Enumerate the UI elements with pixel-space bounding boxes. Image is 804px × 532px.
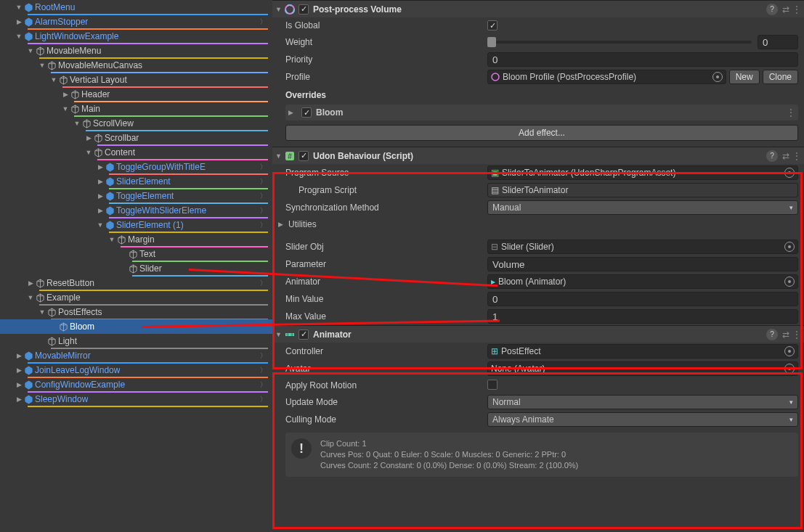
hierarchy-item-joinleavelogwindow[interactable]: ▶JoinLeaveLogWindow〉 bbox=[0, 363, 272, 377]
component-header-postprocess[interactable]: ▼ ✓ Post-process Volume ? ⇄ ⋮ bbox=[272, 0, 804, 17]
profile-new-button[interactable]: New bbox=[729, 70, 760, 84]
hierarchy-item-togglewithslidereleme[interactable]: ▶ToggleWithSliderEleme〉 bbox=[0, 203, 272, 218]
hierarchy-item-togglegroupwithtitlee[interactable]: ▶ToggleGroupWithTitleE〉 bbox=[0, 160, 272, 174]
hierarchy-item-sleepwindow[interactable]: ▶SleepWindow〉 bbox=[0, 392, 272, 406]
foldout-icon[interactable]: ▶ bbox=[15, 367, 23, 374]
foldout-icon[interactable]: ▶ bbox=[15, 396, 23, 403]
program-source-field[interactable]: ▣SliderToAnimator (UdonSharpProgramAsset… bbox=[487, 165, 798, 180]
foldout-icon[interactable]: ▼ bbox=[275, 152, 284, 160]
preset-icon[interactable]: ⇄ bbox=[782, 330, 789, 340]
hierarchy-item-scrollbar[interactable]: ▶Scrollbar bbox=[0, 131, 272, 145]
foldout-icon[interactable]: ▼ bbox=[84, 149, 93, 156]
object-picker-icon[interactable] bbox=[784, 277, 795, 287]
component-header-animator[interactable]: ▼ ✓ Animator ? ⇄ ⋮ bbox=[272, 325, 804, 343]
object-picker-icon[interactable] bbox=[712, 72, 723, 82]
help-icon[interactable]: ? bbox=[766, 4, 778, 15]
hierarchy-item-rootmenu[interactable]: ▼RootMenu bbox=[0, 0, 272, 15]
foldout-icon[interactable]: ▼ bbox=[275, 6, 284, 13]
foldout-icon[interactable]: ▼ bbox=[26, 294, 35, 301]
isglobal-checkbox[interactable]: ✓ bbox=[487, 20, 498, 30]
help-icon[interactable]: ? bbox=[766, 329, 778, 340]
foldout-icon[interactable]: ▼ bbox=[26, 47, 35, 54]
hierarchy-item-slider[interactable]: Slider bbox=[0, 261, 272, 276]
foldout-icon[interactable]: ▼ bbox=[15, 4, 23, 11]
hierarchy-item-vertical-layout[interactable]: ▼Vertical Layout bbox=[0, 73, 272, 87]
hierarchy-item-toggleelement[interactable]: ▶ToggleElement〉 bbox=[0, 189, 272, 203]
help-icon[interactable]: ? bbox=[766, 150, 778, 162]
object-picker-icon[interactable] bbox=[784, 346, 795, 356]
hierarchy-item-scrollview[interactable]: ▼ScrollView bbox=[0, 116, 272, 131]
hierarchy-item-sliderelement[interactable]: ▶SliderElement〉 bbox=[0, 174, 272, 189]
foldout-icon[interactable]: ▶ bbox=[15, 18, 23, 25]
foldout-icon[interactable]: ▼ bbox=[96, 221, 105, 229]
update-mode-dropdown[interactable]: Normal bbox=[487, 395, 798, 409]
foldout-icon[interactable]: ▶ bbox=[15, 381, 23, 388]
component-enable-checkbox[interactable]: ✓ bbox=[299, 151, 309, 161]
culling-mode-dropdown[interactable]: Always Animate bbox=[487, 412, 798, 427]
foldout-icon[interactable]: ▼ bbox=[49, 76, 58, 83]
maxvalue-field[interactable] bbox=[487, 309, 798, 324]
component-header-udon[interactable]: ▼ # ✓ Udon Behaviour (Script) ? ⇄ ⋮ bbox=[272, 147, 804, 164]
sync-method-dropdown[interactable]: Manual bbox=[487, 200, 798, 215]
component-enable-checkbox[interactable]: ✓ bbox=[299, 330, 309, 340]
hierarchy-item-example[interactable]: ▼Example bbox=[0, 290, 272, 305]
kebab-icon[interactable]: ⋮ bbox=[792, 4, 801, 15]
foldout-icon[interactable]: ▶ bbox=[15, 352, 23, 359]
foldout-icon[interactable]: ▼ bbox=[61, 105, 70, 112]
chevron-right-icon[interactable]: 〉 bbox=[260, 177, 267, 187]
foldout-icon[interactable]: ▶ bbox=[96, 178, 105, 185]
foldout-icon[interactable]: ▼ bbox=[38, 308, 46, 316]
object-picker-icon[interactable] bbox=[784, 242, 795, 252]
hierarchy-item-content[interactable]: ▼Content bbox=[0, 145, 272, 160]
parameter-field[interactable] bbox=[487, 257, 798, 271]
sliderobj-field[interactable]: ⊟Slider (Slider) bbox=[487, 240, 798, 254]
hierarchy-item-configwindowexample[interactable]: ▶ConfigWindowExample〉 bbox=[0, 377, 272, 392]
foldout-icon[interactable]: ▼ bbox=[38, 62, 46, 69]
weight-value[interactable] bbox=[758, 35, 798, 49]
foldout-icon[interactable]: ▶ bbox=[61, 91, 70, 98]
kebab-icon[interactable]: ⋮ bbox=[787, 107, 795, 118]
minvalue-field[interactable] bbox=[487, 292, 798, 306]
hierarchy-item-movablemirror[interactable]: ▶MovableMirror〉 bbox=[0, 348, 272, 363]
hierarchy-item-bloom[interactable]: Bloom bbox=[0, 319, 272, 334]
hierarchy-item-movablemenu[interactable]: ▼MovableMenu bbox=[0, 44, 272, 58]
animator-ref-field[interactable]: ▸Bloom (Animator) bbox=[487, 274, 798, 289]
hierarchy-item-resetbutton[interactable]: ▶ResetButton〉 bbox=[0, 276, 272, 290]
foldout-icon[interactable]: ▶ bbox=[96, 207, 105, 214]
chevron-right-icon[interactable]: 〉 bbox=[260, 351, 267, 361]
hierarchy-item-sliderelement-1-[interactable]: ▼SliderElement (1)〉 bbox=[0, 218, 272, 232]
component-enable-checkbox[interactable]: ✓ bbox=[299, 4, 309, 15]
hierarchy-item-main[interactable]: ▼Main bbox=[0, 102, 272, 116]
foldout-icon[interactable]: ▼ bbox=[275, 331, 284, 338]
chevron-right-icon[interactable]: 〉 bbox=[260, 279, 267, 288]
hierarchy-item-header[interactable]: ▶Header bbox=[0, 87, 272, 102]
profile-field[interactable]: Bloom Profile (PostProcessProfile) bbox=[487, 70, 726, 84]
hierarchy-item-margin[interactable]: ▼Margin bbox=[0, 232, 272, 247]
hierarchy-item-movablemenucanvas[interactable]: ▼MovableMenuCanvas bbox=[0, 58, 272, 73]
preset-icon[interactable]: ⇄ bbox=[782, 151, 789, 161]
add-effect-button[interactable]: Add effect... bbox=[285, 125, 798, 141]
profile-clone-button[interactable]: Clone bbox=[763, 70, 798, 84]
avatar-field[interactable]: None (Avatar) bbox=[487, 361, 798, 376]
kebab-icon[interactable]: ⋮ bbox=[792, 330, 801, 340]
chevron-right-icon[interactable]: 〉 bbox=[260, 221, 267, 230]
chevron-right-icon[interactable]: 〉 bbox=[260, 163, 267, 172]
foldout-icon[interactable]: ▼ bbox=[73, 120, 81, 127]
preset-icon[interactable]: ⇄ bbox=[782, 4, 789, 15]
hierarchy-item-posteffects[interactable]: ▼PostEffects bbox=[0, 305, 272, 319]
root-motion-checkbox[interactable] bbox=[487, 380, 498, 390]
object-picker-icon[interactable] bbox=[784, 364, 795, 374]
chevron-right-icon[interactable]: 〉 bbox=[260, 206, 267, 216]
kebab-icon[interactable]: ⋮ bbox=[792, 151, 801, 161]
chevron-right-icon[interactable]: 〉 bbox=[260, 366, 267, 375]
foldout-icon[interactable]: ▶ bbox=[96, 192, 105, 200]
override-bloom[interactable]: ▶✓Bloom⋮ bbox=[285, 105, 798, 120]
hierarchy-item-light[interactable]: Light bbox=[0, 334, 272, 348]
foldout-icon[interactable]: ▼ bbox=[107, 236, 116, 243]
foldout-icon[interactable]: ▶ bbox=[84, 134, 93, 142]
controller-field[interactable]: ⊞PostEffect bbox=[487, 344, 798, 359]
foldout-icon[interactable]: ▶ bbox=[96, 163, 105, 171]
weight-slider[interactable] bbox=[487, 41, 752, 44]
foldout-icon[interactable]: ▼ bbox=[15, 33, 23, 40]
hierarchy-item-text[interactable]: Text bbox=[0, 247, 272, 261]
